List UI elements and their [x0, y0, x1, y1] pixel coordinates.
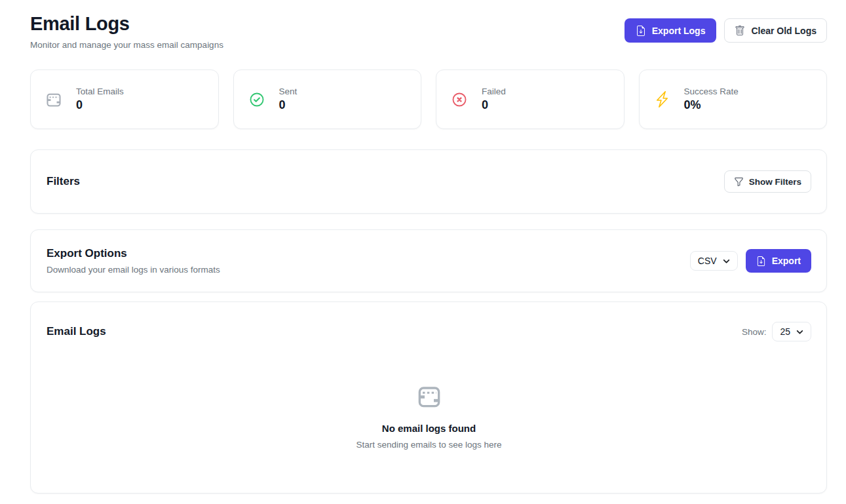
email-logs-header: Email Logs Show: 25 — [47, 322, 811, 341]
filters-section: Filters Show Filters — [30, 149, 827, 214]
chevron-down-icon — [796, 328, 803, 336]
stat-label: Sent — [279, 87, 298, 96]
page-size-control: Show: 25 — [742, 322, 811, 341]
check-circle-icon — [248, 91, 265, 108]
file-earmark-arrow-down-icon — [756, 256, 766, 266]
stat-text: Success Rate 0% — [684, 87, 739, 112]
empty-state: No email logs found Start sending emails… — [47, 383, 811, 450]
page-subtitle: Monitor and manage your mass email campa… — [30, 40, 223, 50]
show-filters-button[interactable]: Show Filters — [724, 170, 811, 193]
show-filters-label: Show Filters — [749, 177, 801, 187]
header-actions: Export Logs Clear Old Logs — [625, 18, 827, 43]
page-size-value: 25 — [780, 326, 790, 337]
stat-card-success-rate: Success Rate 0% — [639, 69, 828, 129]
empty-state-subtitle: Start sending emails to see logs here — [356, 440, 501, 450]
export-options-section: Export Options Download your email logs … — [30, 229, 827, 292]
stat-card-total-emails: Total Emails 0 — [30, 69, 219, 129]
empty-state-title: No email logs found — [382, 423, 476, 434]
stat-text: Sent 0 — [279, 87, 298, 112]
stat-value: 0% — [684, 98, 739, 112]
export-format-value: CSV — [698, 256, 717, 266]
stat-label: Total Emails — [76, 87, 124, 96]
export-format-select[interactable]: CSV — [690, 251, 738, 271]
show-label: Show: — [742, 327, 767, 337]
email-logs-page: Email Logs Monitor and manage your mass … — [30, 12, 827, 494]
lightning-icon — [654, 91, 670, 107]
stat-value: 0 — [76, 98, 124, 112]
page-size-select[interactable]: 25 — [772, 322, 811, 341]
export-options-controls: CSV Export — [690, 249, 811, 273]
stat-value: 0 — [279, 98, 298, 112]
x-circle-icon — [451, 91, 468, 108]
export-button[interactable]: Export — [746, 249, 811, 273]
stat-label: Success Rate — [684, 87, 739, 96]
calendar-range-icon — [415, 383, 443, 412]
export-options-text: Export Options Download your email logs … — [47, 247, 220, 275]
page-header: Email Logs Monitor and manage your mass … — [30, 12, 827, 50]
export-logs-label: Export Logs — [652, 26, 706, 36]
file-earmark-arrow-down-icon — [636, 26, 646, 36]
email-logs-title: Email Logs — [47, 325, 106, 338]
filters-title: Filters — [47, 175, 80, 188]
stat-text: Failed 0 — [482, 87, 506, 112]
stat-value: 0 — [482, 98, 506, 112]
clear-old-logs-button[interactable]: Clear Old Logs — [724, 18, 827, 43]
email-logs-section: Email Logs Show: 25 No email logs found … — [30, 301, 827, 494]
export-options-title: Export Options — [47, 247, 220, 260]
stat-label: Failed — [482, 87, 506, 96]
stat-card-sent: Sent 0 — [233, 69, 422, 129]
funnel-icon — [734, 177, 744, 187]
calendar-range-icon — [45, 91, 62, 108]
chevron-down-icon — [723, 258, 730, 265]
page-title-block: Email Logs Monitor and manage your mass … — [30, 12, 223, 50]
export-label: Export — [772, 256, 801, 266]
clear-old-logs-label: Clear Old Logs — [751, 26, 817, 36]
trash-icon — [735, 26, 745, 36]
export-logs-button[interactable]: Export Logs — [625, 18, 717, 43]
stats-row: Total Emails 0 Sent 0 Failed 0 — [30, 69, 827, 129]
stat-text: Total Emails 0 — [76, 87, 124, 112]
stat-card-failed: Failed 0 — [436, 69, 625, 129]
export-options-subtitle: Download your email logs in various form… — [47, 265, 220, 275]
page-title: Email Logs — [30, 12, 223, 35]
